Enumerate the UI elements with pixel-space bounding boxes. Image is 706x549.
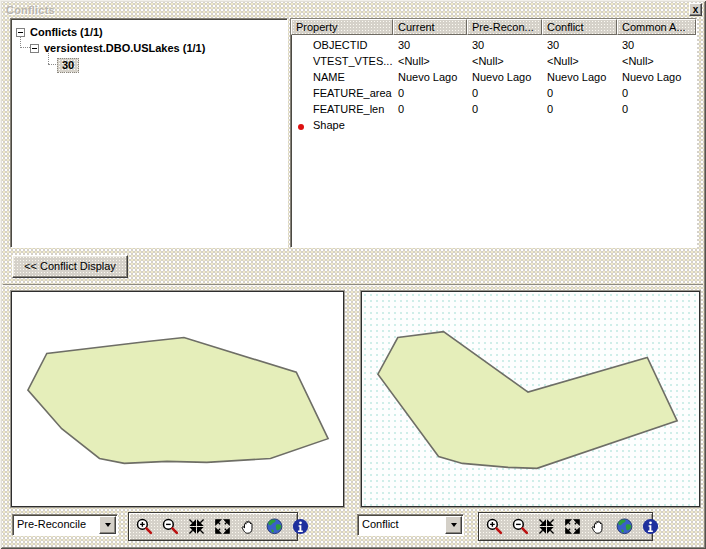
column-header-current[interactable]: Current bbox=[393, 19, 467, 35]
property-cell: FEATURE_area bbox=[291, 87, 393, 99]
table-row-shape[interactable]: Shape bbox=[291, 117, 696, 133]
zoom-out-icon[interactable] bbox=[511, 517, 530, 536]
lake-polygon bbox=[28, 338, 328, 464]
conflict-marker-icon bbox=[298, 124, 304, 130]
full-extent-globe-icon[interactable] bbox=[265, 517, 284, 536]
dropdown-button[interactable] bbox=[99, 516, 116, 534]
map-toolbar-right bbox=[478, 512, 653, 541]
map-viewer-conflict[interactable] bbox=[361, 291, 700, 507]
tree-connector bbox=[21, 47, 30, 48]
fixed-zoom-in-icon[interactable] bbox=[537, 517, 556, 536]
value-cell: 30 bbox=[393, 39, 467, 51]
conflicts-window: Conflicts x Conflicts (1/1) versiontest.… bbox=[0, 0, 706, 549]
pan-hand-icon[interactable] bbox=[239, 517, 258, 536]
tree-item-conflict-30[interactable]: 30 bbox=[57, 57, 79, 73]
property-cell: NAME bbox=[291, 71, 393, 83]
value-cell: 0 bbox=[393, 87, 467, 99]
lake-polygon bbox=[378, 332, 677, 469]
value-cell: <Null> bbox=[467, 55, 542, 67]
conflict-display-button[interactable]: << Conflict Display bbox=[12, 255, 128, 278]
table-row[interactable]: NAME Nuevo Lago Nuevo Lago Nuevo Lago Nu… bbox=[291, 69, 696, 85]
column-header-commonancestor[interactable]: Common A... bbox=[617, 19, 696, 35]
selected-conflict-label[interactable]: 30 bbox=[57, 58, 79, 73]
version-selector-value: Pre-Reconcile bbox=[13, 515, 98, 535]
lake-polygon-canvas bbox=[12, 292, 343, 506]
dropdown-button[interactable] bbox=[445, 516, 462, 534]
value-cell: 0 bbox=[617, 103, 696, 115]
map-toolbar-left bbox=[128, 512, 298, 541]
property-cell: FEATURE_len bbox=[291, 103, 393, 115]
value-cell: Nuevo Lago bbox=[393, 71, 467, 83]
collapse-minus-icon[interactable] bbox=[30, 44, 39, 53]
tree-item-uslakes[interactable]: versiontest.DBO.USLakes (1/1) bbox=[30, 40, 205, 56]
version-selector-value: Conflict bbox=[358, 515, 444, 535]
tree-item-label: versiontest.DBO.USLakes (1/1) bbox=[44, 42, 205, 54]
value-cell: <Null> bbox=[542, 55, 617, 67]
title-bar[interactable]: Conflicts x bbox=[4, 3, 702, 17]
chevron-down-icon bbox=[451, 523, 457, 527]
value-cell: <Null> bbox=[393, 55, 467, 67]
property-cell: VTEST_VTES... bbox=[291, 55, 393, 67]
conflicts-tree-panel: Conflicts (1/1) versiontest.DBO.USLakes … bbox=[10, 18, 288, 248]
column-header-prereconcile[interactable]: Pre-Recon... bbox=[467, 19, 542, 35]
zoom-out-icon[interactable] bbox=[161, 517, 180, 536]
conflicts-tree: Conflicts (1/1) versiontest.DBO.USLakes … bbox=[13, 21, 285, 245]
pan-hand-icon[interactable] bbox=[589, 517, 608, 536]
chevron-down-icon bbox=[105, 523, 111, 527]
property-cell: OBJECTID bbox=[291, 39, 393, 51]
zoom-in-icon[interactable] bbox=[135, 517, 154, 536]
fixed-zoom-out-icon[interactable] bbox=[213, 517, 232, 536]
value-cell: 30 bbox=[467, 39, 542, 51]
value-cell: 0 bbox=[542, 103, 617, 115]
version-selector-left[interactable]: Pre-Reconcile bbox=[12, 514, 118, 536]
section-separator bbox=[3, 284, 703, 286]
property-label: Shape bbox=[313, 119, 345, 131]
value-cell: 0 bbox=[467, 103, 542, 115]
value-cell: <Null> bbox=[617, 55, 696, 67]
zoom-in-icon[interactable] bbox=[485, 517, 504, 536]
value-cell: Nuevo Lago bbox=[542, 71, 617, 83]
property-cell: Shape bbox=[291, 119, 393, 131]
window-title: Conflicts bbox=[6, 4, 55, 16]
value-cell: 0 bbox=[617, 87, 696, 99]
conflict-values-table: Property Current Pre-Recon... Conflict C… bbox=[290, 18, 697, 248]
map-viewer-prereconcile[interactable] bbox=[11, 291, 344, 507]
value-cell: 0 bbox=[467, 87, 542, 99]
tree-item-label: Conflicts (1/1) bbox=[30, 26, 103, 38]
identify-info-icon[interactable] bbox=[291, 517, 310, 536]
value-cell: 30 bbox=[617, 39, 696, 51]
value-cell: 30 bbox=[542, 39, 617, 51]
value-cell: 0 bbox=[393, 103, 467, 115]
column-header-property[interactable]: Property bbox=[291, 19, 393, 35]
table-row[interactable]: FEATURE_len 0 0 0 0 bbox=[291, 101, 696, 117]
close-button[interactable]: x bbox=[689, 3, 702, 16]
tree-connector bbox=[48, 64, 56, 65]
table-row[interactable]: OBJECTID 30 30 30 30 bbox=[291, 37, 696, 53]
fixed-zoom-in-icon[interactable] bbox=[187, 517, 206, 536]
value-cell: 0 bbox=[542, 87, 617, 99]
table-row[interactable]: VTEST_VTES... <Null> <Null> <Null> <Null… bbox=[291, 53, 696, 69]
column-header-conflict[interactable]: Conflict bbox=[542, 19, 617, 35]
tree-item-conflicts[interactable]: Conflicts (1/1) bbox=[16, 24, 103, 40]
close-icon: x bbox=[693, 4, 699, 15]
table-row[interactable]: FEATURE_area 0 0 0 0 bbox=[291, 85, 696, 101]
fixed-zoom-out-icon[interactable] bbox=[563, 517, 582, 536]
table-header: Property Current Pre-Recon... Conflict C… bbox=[291, 19, 696, 35]
lake-polygon-canvas bbox=[362, 292, 699, 506]
value-cell: Nuevo Lago bbox=[467, 71, 542, 83]
full-extent-globe-icon[interactable] bbox=[615, 517, 634, 536]
identify-info-icon[interactable] bbox=[641, 517, 660, 536]
tree-connector bbox=[48, 51, 49, 64]
value-cell: Nuevo Lago bbox=[617, 71, 696, 83]
version-selector-right[interactable]: Conflict bbox=[357, 514, 464, 536]
table-body: OBJECTID 30 30 30 30 VTEST_VTES... <Null… bbox=[291, 35, 696, 133]
